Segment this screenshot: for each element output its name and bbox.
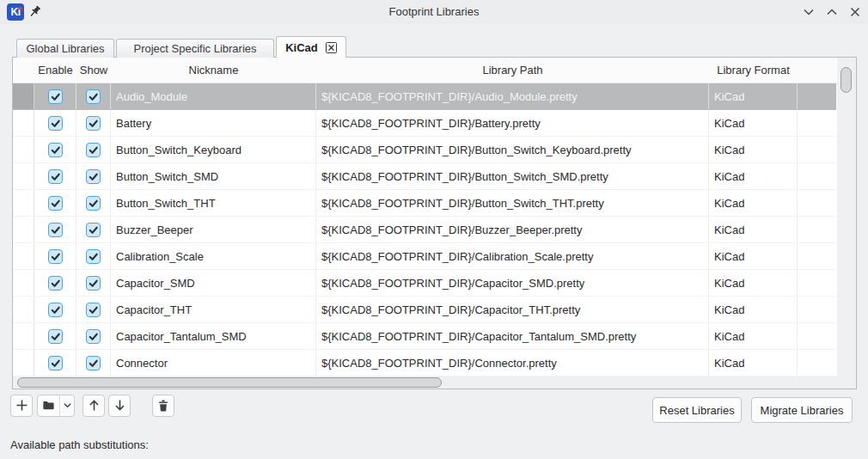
nickname-cell[interactable]: Button_Switch_Keyboard <box>111 137 316 162</box>
library-path-cell[interactable]: ${KICAD8_FOOTPRINT_DIR}/Calibration_Scal… <box>316 243 709 269</box>
table-row[interactable]: Button_Switch_Keyboard ${KICAD8_FOOTPRIN… <box>13 137 836 163</box>
nickname-cell[interactable]: Buzzer_Beeper <box>111 217 316 242</box>
row-header-cell[interactable] <box>13 350 34 376</box>
library-path-cell[interactable]: ${KICAD8_FOOTPRINT_DIR}/Capacitor_Tantal… <box>316 323 709 349</box>
enable-checkbox[interactable] <box>48 89 63 104</box>
library-path-cell[interactable]: ${KICAD8_FOOTPRINT_DIR}/Button_Switch_TH… <box>316 190 709 216</box>
library-format-cell[interactable]: KiCad <box>709 217 798 242</box>
enable-checkbox[interactable] <box>48 303 63 317</box>
enable-checkbox[interactable] <box>48 223 63 237</box>
row-header-cell[interactable] <box>13 270 34 296</box>
table-row[interactable]: Capacitor_SMD ${KICAD8_FOOTPRINT_DIR}/Ca… <box>13 270 836 297</box>
library-path-cell[interactable]: ${KICAD8_FOOTPRINT_DIR}/Audio_Module.pre… <box>316 83 709 109</box>
table-row[interactable]: Audio_Module ${KICAD8_FOOTPRINT_DIR}/Aud… <box>13 83 836 110</box>
nickname-cell[interactable]: Connector <box>111 350 316 376</box>
library-path-cell[interactable]: ${KICAD8_FOOTPRINT_DIR}/Capacitor_SMD.pr… <box>316 270 709 296</box>
table-row[interactable]: Buzzer_Beeper ${KICAD8_FOOTPRINT_DIR}/Bu… <box>13 217 836 243</box>
library-format-cell[interactable]: KiCad <box>709 190 798 216</box>
library-format-cell[interactable]: KiCad <box>709 163 798 189</box>
library-path-cell[interactable]: ${KICAD8_FOOTPRINT_DIR}/Capacitor_THT.pr… <box>316 297 709 322</box>
library-format-cell[interactable]: KiCad <box>709 243 798 269</box>
enable-checkbox[interactable] <box>48 356 63 370</box>
table-row[interactable]: Button_Switch_THT ${KICAD8_FOOTPRINT_DIR… <box>13 190 836 217</box>
folder-icon[interactable] <box>38 395 59 416</box>
chevron-down-icon[interactable] <box>59 395 74 416</box>
library-format-cell[interactable]: KiCad <box>709 83 798 109</box>
column-header-library-path[interactable]: Library Path <box>316 64 709 76</box>
library-path-cell[interactable]: ${KICAD8_FOOTPRINT_DIR}/Button_Switch_Ke… <box>316 137 709 162</box>
move-up-button[interactable] <box>83 395 105 417</box>
row-header-cell[interactable] <box>13 163 34 189</box>
window-maximize-button[interactable] <box>826 6 838 18</box>
tab-global-libraries[interactable]: Global Libraries <box>16 39 114 58</box>
show-checkbox[interactable] <box>86 143 101 157</box>
library-path-cell[interactable]: ${KICAD8_FOOTPRINT_DIR}/Button_Switch_SM… <box>316 163 709 189</box>
vertical-scrollbar[interactable] <box>837 58 856 376</box>
nickname-cell[interactable]: Capacitor_Tantalum_SMD <box>111 323 316 349</box>
nickname-cell[interactable]: Capacitor_THT <box>111 297 316 322</box>
library-format-cell[interactable]: KiCad <box>709 270 798 296</box>
enable-checkbox[interactable] <box>48 276 63 291</box>
nickname-cell[interactable]: Calibration_Scale <box>111 243 316 269</box>
table-row[interactable]: Battery ${KICAD8_FOOTPRINT_DIR}/Battery.… <box>13 110 836 137</box>
enable-checkbox[interactable] <box>48 116 63 131</box>
row-header-cell[interactable] <box>13 217 34 242</box>
show-checkbox[interactable] <box>86 276 101 291</box>
table-row[interactable]: Calibration_Scale ${KICAD8_FOOTPRINT_DIR… <box>13 243 836 270</box>
add-library-button[interactable] <box>10 395 33 417</box>
migrate-libraries-button[interactable]: Migrate Libraries <box>751 397 853 423</box>
table-row[interactable]: Button_Switch_SMD ${KICAD8_FOOTPRINT_DIR… <box>13 163 836 190</box>
nickname-cell[interactable]: Battery <box>111 110 316 136</box>
move-down-button[interactable] <box>108 395 131 417</box>
table-row[interactable]: Capacitor_Tantalum_SMD ${KICAD8_FOOTPRIN… <box>13 323 836 350</box>
library-format-cell[interactable]: KiCad <box>709 297 798 322</box>
column-header-library-format[interactable]: Library Format <box>709 64 798 76</box>
show-checkbox[interactable] <box>86 89 101 104</box>
show-checkbox[interactable] <box>86 329 101 344</box>
row-header-cell[interactable] <box>13 190 34 216</box>
tab-close-icon[interactable] <box>326 42 337 53</box>
enable-checkbox[interactable] <box>48 249 63 264</box>
nickname-cell[interactable]: Audio_Module <box>111 83 316 109</box>
row-header-cell[interactable] <box>13 297 34 322</box>
browse-libraries-split-button[interactable] <box>37 395 75 417</box>
library-path-cell[interactable]: ${KICAD8_FOOTPRINT_DIR}/Battery.pretty <box>316 110 709 136</box>
column-header-nickname[interactable]: Nickname <box>111 64 316 76</box>
window-close-button[interactable] <box>849 6 861 18</box>
show-checkbox[interactable] <box>86 116 101 131</box>
table-row[interactable]: Connector ${KICAD8_FOOTPRINT_DIR}/Connec… <box>13 350 836 376</box>
tab-kicad[interactable]: KiCad <box>276 36 346 58</box>
delete-library-button[interactable] <box>152 395 174 417</box>
column-header-show[interactable]: Show <box>76 64 111 76</box>
enable-checkbox[interactable] <box>48 196 63 211</box>
library-format-cell[interactable]: KiCad <box>709 323 798 349</box>
library-path-cell[interactable]: ${KICAD8_FOOTPRINT_DIR}/Connector.pretty <box>316 350 709 376</box>
enable-checkbox[interactable] <box>48 329 63 344</box>
horizontal-scrollbar-thumb[interactable] <box>17 377 442 388</box>
enable-checkbox[interactable] <box>48 143 63 157</box>
row-header-cell[interactable] <box>13 110 34 136</box>
library-format-cell[interactable]: KiCad <box>709 110 798 136</box>
tab-project-specific-libraries[interactable]: Project Specific Libraries <box>116 39 274 58</box>
show-checkbox[interactable] <box>86 356 101 370</box>
show-checkbox[interactable] <box>86 249 101 264</box>
horizontal-scrollbar[interactable] <box>13 376 856 389</box>
nickname-cell[interactable]: Button_Switch_THT <box>111 190 316 216</box>
library-format-cell[interactable]: KiCad <box>709 137 798 162</box>
table-row[interactable]: Capacitor_THT ${KICAD8_FOOTPRINT_DIR}/Ca… <box>13 297 836 323</box>
row-header-cell[interactable] <box>13 137 34 162</box>
column-header-enable[interactable]: Enable <box>34 64 76 76</box>
row-header-cell[interactable] <box>13 323 34 349</box>
enable-checkbox[interactable] <box>48 169 63 184</box>
library-format-cell[interactable]: KiCad <box>709 350 798 376</box>
show-checkbox[interactable] <box>86 223 101 237</box>
row-header-cell[interactable] <box>13 83 34 109</box>
reset-libraries-button[interactable]: Reset Libraries <box>652 397 742 423</box>
row-header-cell[interactable] <box>13 243 34 269</box>
nickname-cell[interactable]: Capacitor_SMD <box>111 270 316 296</box>
library-path-cell[interactable]: ${KICAD8_FOOTPRINT_DIR}/Buzzer_Beeper.pr… <box>316 217 709 242</box>
show-checkbox[interactable] <box>86 169 101 184</box>
show-checkbox[interactable] <box>86 196 101 211</box>
nickname-cell[interactable]: Button_Switch_SMD <box>111 163 316 189</box>
show-checkbox[interactable] <box>86 303 101 317</box>
